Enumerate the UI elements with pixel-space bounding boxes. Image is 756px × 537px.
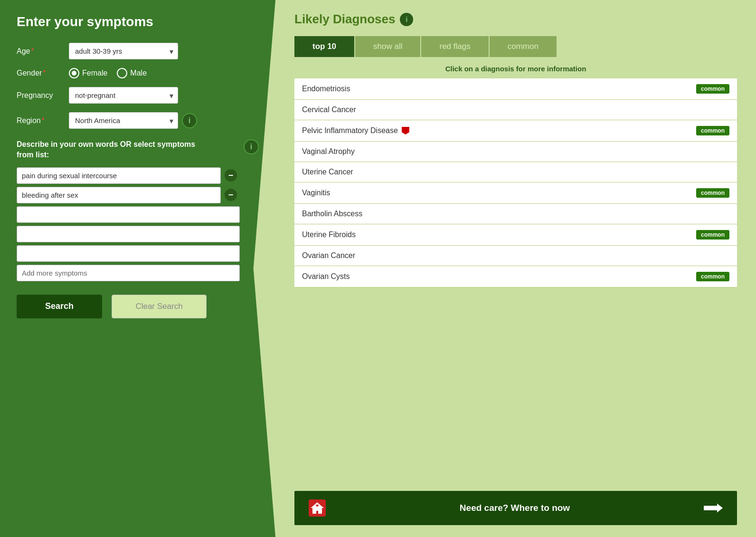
banner-text: Need care? Where to now [334,503,695,513]
common-badge-ovarian-cysts: common [696,272,729,281]
pregnancy-select[interactable]: not-pregnant pregnant [69,87,178,104]
describe-title: Describe in your own words OR select sym… [17,139,197,161]
diagnosis-name-cervical-cancer: Cervical Cancer [302,105,356,114]
describe-header: Describe in your own words OR select sym… [17,139,259,161]
red-flag-icon-pelvic [402,127,409,134]
diagnosis-name-vaginitis: Vaginitis [302,189,330,197]
button-row: Search Clear Search [17,295,259,318]
need-care-banner[interactable]: Need care? Where to now [294,491,737,525]
diagnosis-name-ovarian-cancer: Ovarian Cancer [302,251,355,260]
diagnosis-row-uterine-fibroids[interactable]: Uterine Fibroids common [294,224,737,246]
diagnoses-info-button[interactable]: i [400,13,413,26]
symptom-input-5[interactable] [17,245,240,262]
diagnosis-name-uterine-cancer: Uterine Cancer [302,168,353,176]
pregnancy-select-wrapper: not-pregnant pregnant [69,87,178,104]
region-row: Region* North America Europe Asia Africa… [17,112,259,129]
house-icon [309,499,326,517]
diagnosis-name-ovarian-cysts: Ovarian Cysts [302,272,350,281]
symptom-row-3 [17,206,259,223]
arrow-icon [704,501,723,515]
age-label: Age* [17,47,69,56]
symptom-input-3[interactable] [17,206,240,223]
diagnosis-name-uterine-fibroids: Uterine Fibroids [302,230,356,239]
diagnosis-row-uterine-cancer[interactable]: Uterine Cancer [294,162,737,182]
region-info-button[interactable]: i [182,113,197,128]
describe-info-button[interactable]: i [244,139,259,154]
gender-options: Female Male [69,68,147,78]
region-controls: North America Europe Asia Africa South A… [69,112,197,129]
gender-row: Gender* Female Male [17,68,259,78]
add-more-symptoms[interactable]: Add more symptoms [17,265,240,281]
diagnosis-row-bartholin-abscess[interactable]: Bartholin Abscess [294,204,737,224]
diagnosis-row-endometriosis[interactable]: Endometriosis common [294,78,737,100]
diagnosis-row-ovarian-cysts[interactable]: Ovarian Cysts common [294,266,737,288]
region-select-wrapper: North America Europe Asia Africa South A… [69,112,178,129]
symptom-input-4[interactable] [17,226,240,242]
search-button[interactable]: Search [17,295,102,318]
symptom-input-1[interactable] [17,167,221,184]
diagnosis-name-endometriosis: Endometriosis [302,85,350,93]
common-badge-endometriosis: common [696,84,729,94]
pregnancy-row: Pregnancy not-pregnant pregnant [17,87,259,104]
svg-rect-3 [317,505,318,507]
remove-symptom-1-button[interactable]: − [225,169,237,182]
diagnosis-list: Endometriosis common Cervical Cancer Pel… [294,78,737,288]
tabs-row: top 10 show all red flags common [294,36,737,57]
describe-section: Describe in your own words OR select sym… [17,139,259,161]
symptom-row-1: − [17,167,259,184]
region-label: Region* [17,116,69,125]
symptom-input-2[interactable] [17,187,221,203]
click-hint: Click on a diagnosis for more informatio… [294,65,737,73]
svg-marker-4 [704,503,723,512]
gender-male-label[interactable]: Male [117,68,147,78]
left-panel: Enter your symptoms Age* adult 30-39 yrs… [0,0,275,537]
common-badge-vaginitis: common [696,188,729,198]
common-badge-uterine-fibroids: common [696,230,729,240]
diagnosis-row-ovarian-cancer[interactable]: Ovarian Cancer [294,246,737,266]
diagnoses-header: Likely Diagnoses i [294,12,737,27]
symptom-row-5 [17,245,259,262]
diagnoses-title: Likely Diagnoses [294,12,395,27]
clear-search-button[interactable]: Clear Search [112,295,207,318]
pregnancy-label: Pregnancy [17,91,69,100]
diagnosis-row-cervical-cancer[interactable]: Cervical Cancer [294,100,737,120]
tab-show-all[interactable]: show all [355,36,420,57]
age-select[interactable]: adult 30-39 yrs child 0-2 yrs child 3-11… [69,43,178,59]
tab-top10[interactable]: top 10 [294,36,354,57]
gender-female-radio[interactable] [69,68,79,78]
diagnosis-row-vaginitis[interactable]: Vaginitis common [294,182,737,204]
gender-female-label[interactable]: Female [69,68,107,78]
symptom-row-2: − [17,187,259,203]
diagnosis-name-bartholin-abscess: Bartholin Abscess [302,210,362,218]
diagnosis-row-vaginal-atrophy[interactable]: Vaginal Atrophy [294,142,737,162]
symptom-row-4 [17,226,259,242]
right-panel: Likely Diagnoses i top 10 show all red f… [275,0,756,537]
gender-label: Gender* [17,69,69,77]
diagnosis-name-vaginal-atrophy: Vaginal Atrophy [302,147,355,156]
age-select-wrapper: adult 30-39 yrs child 0-2 yrs child 3-11… [69,43,178,59]
tab-red-flags[interactable]: red flags [421,36,488,57]
region-select[interactable]: North America Europe Asia Africa South A… [69,112,178,129]
diagnosis-row-pelvic-inflammatory[interactable]: Pelvic Inflammatory Disease common [294,120,737,142]
diagnosis-name-pelvic-inflammatory: Pelvic Inflammatory Disease [302,126,409,135]
age-row: Age* adult 30-39 yrs child 0-2 yrs child… [17,43,259,59]
common-badge-pelvic: common [696,126,729,135]
tab-common[interactable]: common [490,36,557,57]
page-title: Enter your symptoms [17,14,259,29]
gender-male-radio[interactable] [117,68,127,78]
remove-symptom-2-button[interactable]: − [225,189,237,201]
